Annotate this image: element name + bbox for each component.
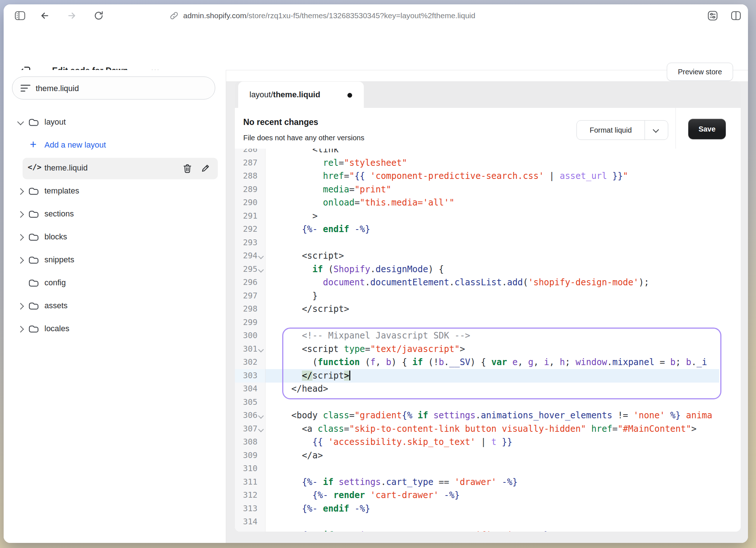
code-line-307[interactable]: 307 <a class="skip-to-content-link butto… xyxy=(235,422,741,436)
forward-icon[interactable] xyxy=(66,9,78,22)
chevron-down-icon[interactable] xyxy=(17,118,24,125)
chevron-right-icon[interactable] xyxy=(17,303,24,309)
sidebar-item-sections[interactable]: sections xyxy=(4,203,226,226)
code-line-302[interactable]: 302 (function (f, b) { if (!b.__SV) { va… xyxy=(235,356,741,369)
sidebar-toggle-icon[interactable] xyxy=(14,9,26,22)
fold-chevron-icon[interactable] xyxy=(258,347,264,352)
address-bar[interactable]: admin.shopify.com/store/rzq1xu-f5/themes… xyxy=(169,4,475,27)
toolbar-divider xyxy=(676,108,676,149)
file-sidebar: layout+Add a new layout</>theme.liquidte… xyxy=(4,70,226,543)
code-line-289[interactable]: 289 media="print" xyxy=(235,183,741,196)
code-line-298[interactable]: 298 </script> xyxy=(235,302,741,316)
fold-chevron-icon[interactable] xyxy=(258,267,264,273)
rename-file-icon[interactable] xyxy=(201,164,210,173)
line-number: 312 xyxy=(235,489,257,502)
unsaved-changes-dot xyxy=(347,93,352,98)
line-number: 297 xyxy=(235,289,257,303)
item-label: snippets xyxy=(44,255,74,265)
code-line-315[interactable]: 315 {%- if settings.cart_type == 'notifi… xyxy=(235,529,741,532)
sidebar-item-layout[interactable]: layout xyxy=(4,111,226,134)
page-settings-icon[interactable] xyxy=(706,9,719,22)
chevron-right-icon[interactable] xyxy=(17,257,24,263)
line-number: 287 xyxy=(235,156,257,170)
format-liquid-button[interactable]: Format liquid xyxy=(576,120,668,140)
sidebar-item-theme.liquid[interactable]: </>theme.liquid xyxy=(4,157,226,180)
folder-icon xyxy=(28,256,39,264)
text-cursor xyxy=(349,371,350,380)
code-line-293[interactable]: 293 xyxy=(235,236,741,250)
plus-icon: + xyxy=(30,138,36,151)
sidebar-item-locales[interactable]: locales xyxy=(4,318,226,341)
code-line-310[interactable]: 310 xyxy=(235,462,741,475)
fold-chevron-icon[interactable] xyxy=(258,254,264,259)
sidebar-item-config[interactable]: config xyxy=(4,272,226,295)
code-line-287[interactable]: 287 rel="stylesheet" xyxy=(235,156,741,170)
filter-icon xyxy=(20,83,31,93)
code-line-296[interactable]: 296 document.documentElement.classList.a… xyxy=(235,276,741,289)
code-line-311[interactable]: 311 {%- if settings.cart_type == 'drawer… xyxy=(235,475,741,489)
code-line-309[interactable]: 309 </a> xyxy=(235,449,741,462)
line-number: 292 xyxy=(235,223,257,236)
sidebar-item-assets[interactable]: assets xyxy=(4,295,226,318)
item-label: layout xyxy=(44,117,66,127)
code-line-295[interactable]: 295 if (Shopify.designMode) { xyxy=(235,263,741,276)
code-line-305[interactable]: 305 xyxy=(235,396,741,409)
sidebar-item-snippets[interactable]: snippets xyxy=(4,249,226,272)
tab-strip: layout/theme.liquid xyxy=(235,81,741,108)
line-number: 291 xyxy=(235,210,257,223)
sidebar-item-blocks[interactable]: blocks xyxy=(4,226,226,249)
sidebar-item-templates[interactable]: templates xyxy=(4,180,226,203)
delete-file-icon[interactable] xyxy=(183,164,192,173)
chevron-right-icon[interactable] xyxy=(17,326,24,332)
format-liquid-dropdown[interactable] xyxy=(645,121,668,140)
code-line-312[interactable]: 312 {%- render 'cart-drawer' -%} xyxy=(235,489,741,502)
folder-icon xyxy=(28,118,39,126)
code-line-294[interactable]: 294 <script> xyxy=(235,249,741,263)
code-line-290[interactable]: 290 onload="this.media='all'" xyxy=(235,196,741,210)
line-number: 286 xyxy=(235,149,257,156)
line-number: 310 xyxy=(235,462,257,475)
desktop-background: admin.shopify.com/store/rzq1xu-f5/themes… xyxy=(0,0,756,548)
line-number: 309 xyxy=(235,449,257,462)
fold-chevron-icon[interactable] xyxy=(258,413,264,419)
code-line-292[interactable]: 292 {%- endif -%} xyxy=(235,223,741,236)
back-icon[interactable] xyxy=(39,9,51,22)
folder-icon xyxy=(28,233,39,241)
line-number: 302 xyxy=(235,356,257,369)
editor-card: No recent changes File does not have any… xyxy=(235,108,741,532)
code-line-300[interactable]: 300 <!-- Mixpanel Javascript SDK --> xyxy=(235,329,741,342)
preview-store-button[interactable]: Preview store xyxy=(667,63,733,81)
chevron-right-icon[interactable] xyxy=(17,188,24,195)
code-line-301[interactable]: 301 <script type="text/javascript"> xyxy=(235,342,741,356)
item-label: Add a new layout xyxy=(44,140,106,150)
save-button[interactable]: Save xyxy=(688,119,726,139)
line-number: 301 xyxy=(235,342,257,356)
code-line-306[interactable]: 306<body class="gradient{% if settings.a… xyxy=(235,409,741,422)
code-line-299[interactable]: 299 xyxy=(235,316,741,329)
fold-chevron-icon[interactable] xyxy=(258,426,264,432)
line-number: 303 xyxy=(235,369,257,383)
code-line-286[interactable]: 286 <link xyxy=(235,149,741,156)
code-line-291[interactable]: 291 > xyxy=(235,210,741,223)
tab-theme-liquid[interactable]: layout/theme.liquid xyxy=(238,82,364,108)
tab-label: layout/theme.liquid xyxy=(249,90,320,99)
folder-icon xyxy=(28,210,39,218)
code-line-313[interactable]: 313 {%- endif -%} xyxy=(235,502,741,516)
code-line-303[interactable]: 303 </script> xyxy=(235,369,741,383)
split-view-icon[interactable] xyxy=(730,9,742,22)
url-text: admin.shopify.com/store/rzq1xu-f5/themes… xyxy=(183,11,475,20)
item-label: templates xyxy=(44,186,79,196)
reload-icon[interactable] xyxy=(92,9,105,22)
code-line-288[interactable]: 288 href="{{ 'component-predictive-searc… xyxy=(235,169,741,183)
code-editor[interactable]: 286 <link287 rel="stylesheet"288 href="{… xyxy=(235,149,741,532)
code-line-314[interactable]: 314 xyxy=(235,515,741,529)
code-line-308[interactable]: 308 {{ 'accessibility.skip_to_text' | t … xyxy=(235,435,741,449)
line-number: 311 xyxy=(235,475,257,489)
file-tree: layout+Add a new layout</>theme.liquidte… xyxy=(4,111,226,341)
code-line-297[interactable]: 297 } xyxy=(235,289,741,303)
file-filter-input[interactable] xyxy=(35,77,208,100)
code-line-304[interactable]: 304</head> xyxy=(235,382,741,396)
chevron-right-icon[interactable] xyxy=(17,234,24,240)
chevron-right-icon[interactable] xyxy=(17,211,24,218)
sidebar-item-add-a-new-layout[interactable]: +Add a new layout xyxy=(4,134,226,157)
